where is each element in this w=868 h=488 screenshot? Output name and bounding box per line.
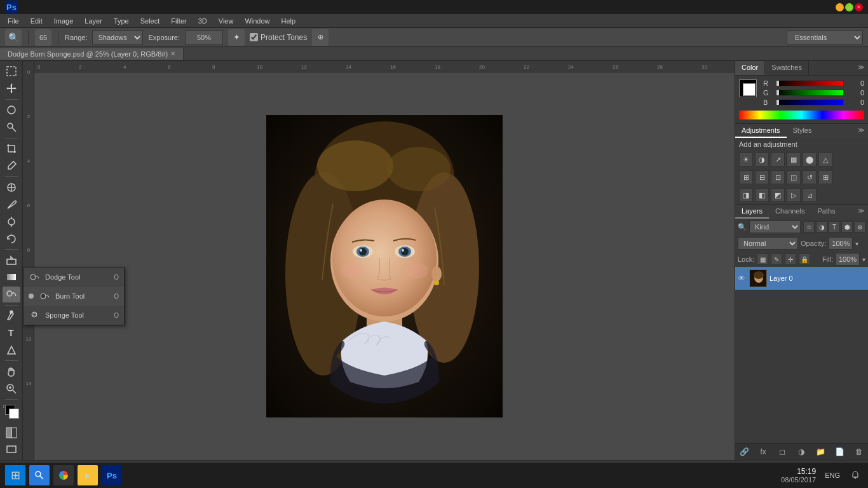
posterize-icon[interactable]: ◨ xyxy=(739,188,753,202)
exposure-input[interactable] xyxy=(185,30,223,44)
adjustments-panel-menu[interactable]: ≫ xyxy=(854,124,868,138)
delete-layer-button[interactable]: 🗑 xyxy=(853,445,865,458)
color-lookup-icon[interactable]: ↺ xyxy=(803,170,817,184)
chrome-taskbar-button[interactable] xyxy=(53,465,74,485)
color-panel-menu[interactable]: ≫ xyxy=(854,61,868,75)
tool-preset-picker[interactable]: 🔍 xyxy=(5,29,22,46)
filter-pixel-icon[interactable]: ☆ xyxy=(803,221,815,233)
menu-help[interactable]: Help xyxy=(276,16,301,26)
vlc-taskbar-button[interactable]: ▶ xyxy=(78,465,98,485)
pen-tool[interactable] xyxy=(3,308,20,324)
doc-tab-close[interactable]: ✕ xyxy=(170,50,175,57)
dodge-burn-sponge-tool[interactable] xyxy=(3,287,20,302)
add-mask-button[interactable]: ◻ xyxy=(776,445,789,458)
layers-kind-dropdown[interactable]: Kind xyxy=(749,220,801,233)
photo-filter-icon[interactable]: ⊡ xyxy=(771,170,785,184)
brightness-contrast-icon[interactable]: ☀ xyxy=(739,152,753,166)
color-tab[interactable]: Color xyxy=(735,61,765,75)
menu-window[interactable]: Window xyxy=(240,16,275,26)
gradient-tool[interactable] xyxy=(3,269,20,285)
close-button[interactable]: ✕ xyxy=(855,3,863,11)
filter-shape-icon[interactable]: ⬢ xyxy=(841,221,853,233)
vibrance-icon[interactable]: ⬤ xyxy=(803,152,817,166)
menu-view[interactable]: View xyxy=(214,16,239,26)
lock-pixels-icon[interactable]: ✎ xyxy=(771,254,782,265)
crop-tool[interactable] xyxy=(3,141,20,157)
swatches-tab[interactable]: Swatches xyxy=(765,61,809,75)
menu-image[interactable]: Image xyxy=(49,16,79,26)
move-tool[interactable] xyxy=(3,81,20,97)
background-color[interactable] xyxy=(9,409,19,419)
filter-smart-icon[interactable]: ⊕ xyxy=(854,221,865,233)
photoshop-taskbar-button[interactable]: Ps xyxy=(102,465,122,485)
adjustments-tab[interactable]: Adjustments xyxy=(735,124,787,138)
green-slider[interactable] xyxy=(776,90,844,96)
document-tab[interactable]: Dodge Burn Sponge.psd @ 25% (Layer 0, RG… xyxy=(0,48,184,60)
hand-tool[interactable] xyxy=(3,363,20,379)
clone-stamp-tool[interactable] xyxy=(3,214,20,229)
maximize-button[interactable]: □ xyxy=(845,3,853,11)
filter-adjustment-icon[interactable]: ◑ xyxy=(816,221,827,233)
eraser-tool[interactable] xyxy=(3,252,20,268)
new-group-button[interactable]: 📁 xyxy=(815,445,827,458)
quick-select-tool[interactable] xyxy=(3,119,20,135)
paths-tab[interactable]: Paths xyxy=(811,205,842,219)
background-color-swatch[interactable] xyxy=(743,83,756,96)
windows-start-button[interactable]: ⊞ xyxy=(5,465,25,485)
link-layers-button[interactable]: 🔗 xyxy=(738,445,750,458)
window-controls[interactable]: — □ ✕ xyxy=(836,3,863,11)
color-swatches-fg-bg[interactable]: ↕ xyxy=(3,403,20,419)
new-layer-button[interactable]: 📄 xyxy=(834,445,846,458)
exposure-icon[interactable]: ▦ xyxy=(787,152,801,166)
tone-adjust-icon[interactable]: ⊕ xyxy=(312,29,329,46)
threshold-icon[interactable]: ◧ xyxy=(755,188,769,202)
flyout-burn-tool[interactable]: Burn Tool O xyxy=(24,287,124,306)
airbrush-icon[interactable]: ✦ xyxy=(228,29,245,46)
hsl-icon[interactable]: △ xyxy=(818,152,832,166)
quick-mask-tool[interactable] xyxy=(3,424,20,440)
curves-icon[interactable]: ↗ xyxy=(771,152,785,166)
selective-color-icon[interactable]: ▷ xyxy=(787,188,801,202)
black-white-icon[interactable]: ⊟ xyxy=(755,170,769,184)
opacity-arrow[interactable]: ▾ xyxy=(855,240,858,247)
menu-filter[interactable]: Filter xyxy=(166,16,191,26)
blue-slider[interactable] xyxy=(776,99,844,105)
protect-tones-checkbox[interactable] xyxy=(250,33,258,41)
blend-mode-dropdown[interactable]: Normal xyxy=(738,237,798,250)
flyout-sponge-tool[interactable]: Sponge Tool O xyxy=(24,306,124,325)
menu-layer[interactable]: Layer xyxy=(79,16,107,26)
flyout-dodge-tool[interactable]: Dodge Tool O xyxy=(24,268,124,287)
lasso-tool[interactable] xyxy=(3,102,20,118)
invert-icon[interactable]: ⊞ xyxy=(818,170,832,184)
layer-item[interactable]: 👁 Layer 0 xyxy=(735,267,868,290)
menu-file[interactable]: File xyxy=(3,16,24,26)
red-slider[interactable] xyxy=(776,80,844,86)
more-icon[interactable]: ⊿ xyxy=(803,188,817,202)
channel-mixer-icon[interactable]: ◫ xyxy=(787,170,801,184)
essentials-dropdown[interactable]: Essentials xyxy=(787,30,863,44)
lock-position-icon[interactable]: ✛ xyxy=(785,254,796,265)
lock-transparent-icon[interactable]: ▦ xyxy=(757,254,768,265)
layers-tab[interactable]: Layers xyxy=(735,205,769,219)
new-fill-adjustment-button[interactable]: ◑ xyxy=(795,445,808,458)
menu-type[interactable]: Type xyxy=(109,16,134,26)
brush-size-icon[interactable]: 65 xyxy=(35,29,51,46)
fill-arrow[interactable]: ▾ xyxy=(862,256,865,263)
path-selection-tool[interactable] xyxy=(3,342,20,358)
eyedropper-tool[interactable] xyxy=(3,158,20,173)
levels-icon[interactable]: ◑ xyxy=(755,152,769,166)
add-style-button[interactable]: fx xyxy=(757,445,770,458)
healing-brush-tool[interactable] xyxy=(3,179,20,195)
history-brush-tool[interactable] xyxy=(3,231,20,247)
channels-tab[interactable]: Channels xyxy=(769,205,811,219)
range-dropdown[interactable]: Shadows Midtones Highlights xyxy=(92,30,143,44)
fill-input[interactable] xyxy=(836,253,860,266)
styles-tab[interactable]: Styles xyxy=(787,124,818,138)
opacity-input[interactable] xyxy=(829,237,853,250)
color-spectrum[interactable] xyxy=(739,111,864,119)
menu-select[interactable]: Select xyxy=(135,16,165,26)
filter-type-icon[interactable]: T xyxy=(829,221,840,233)
gradient-map-icon[interactable]: ◩ xyxy=(771,188,785,202)
color-balance-icon[interactable]: ⊞ xyxy=(739,170,753,184)
text-tool[interactable]: T xyxy=(3,325,20,341)
